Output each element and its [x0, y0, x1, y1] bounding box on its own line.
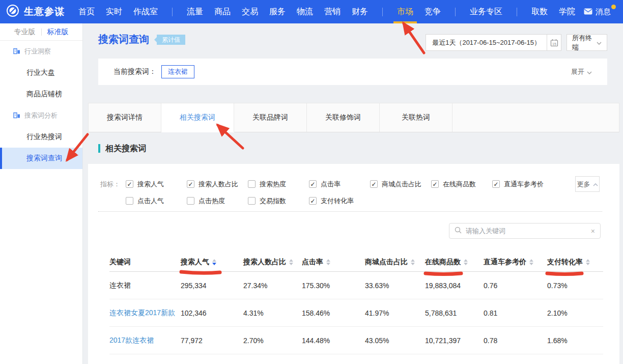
terminal-select[interactable]: 所有终端: [567, 34, 607, 51]
nav-item-competition[interactable]: 竞争: [424, 0, 441, 23]
calendar-icon[interactable]: 15: [547, 35, 561, 50]
filter-click-rate[interactable]: 点击率: [309, 180, 370, 189]
keyword-cell[interactable]: 2017款连衣裙: [109, 336, 181, 345]
current-keyword-tag[interactable]: 连衣裙: [161, 65, 194, 78]
cell-searcher-share: 2.70%: [243, 337, 302, 345]
filter-click-heat[interactable]: 点击热度: [187, 197, 248, 206]
checkbox[interactable]: [248, 180, 256, 188]
tab-related-modifier-terms[interactable]: 关联修饰词: [307, 103, 380, 132]
checkbox[interactable]: [492, 180, 500, 188]
col-header-click-rate: 点击率: [302, 258, 365, 267]
sort-icon[interactable]: [464, 259, 468, 265]
col-header-search-popularity: 搜索人气: [181, 258, 243, 267]
sort-icon[interactable]: [411, 259, 415, 265]
version-tabs: 专业版 标准版: [0, 23, 82, 41]
nav-item-product[interactable]: 商品: [214, 0, 231, 23]
nav-item-home[interactable]: 首页: [78, 0, 95, 23]
nav-item-war-room[interactable]: 作战室: [133, 0, 158, 23]
filter-label: 交易指数: [260, 197, 286, 206]
cell-search-popularity: 102,346: [181, 309, 243, 317]
content-card: 搜索词详情 相关搜索词 关联品牌词 关联修饰词 关联热词 相关搜索词 指标： 搜…: [88, 103, 619, 364]
keyword-cell[interactable]: 连衣裙女夏2017新款: [109, 309, 181, 318]
cell-search-popularity: 295,334: [181, 282, 243, 290]
messages-button[interactable]: 消息: [584, 7, 615, 17]
nav-item-realtime[interactable]: 实时: [106, 0, 122, 23]
version-tab-standard[interactable]: 标准版: [47, 27, 69, 37]
version-tab-divider: [41, 29, 42, 36]
cell-online-products: 19,883,084: [425, 282, 484, 290]
sidebar-group-search-term-analysis: 搜索词分析: [0, 105, 82, 126]
checkbox[interactable]: [370, 180, 378, 188]
nav-item-traffic[interactable]: 流量: [187, 0, 203, 23]
cell-click-rate: 144.48%: [302, 337, 365, 345]
filter-search-popularity[interactable]: 搜索人气: [126, 180, 187, 189]
nav-item-marketing[interactable]: 营销: [324, 0, 341, 23]
filter-trade-index[interactable]: 交易指数: [248, 197, 309, 206]
filter-label: 在线商品数: [443, 180, 476, 189]
sidebar-item-product-shop-rank[interactable]: 商品店铺榜: [0, 83, 82, 105]
cumulative-badge: 累计值: [157, 35, 185, 45]
col-header-searcher-share: 搜索人数占比: [243, 258, 302, 267]
tab-related-brand-terms[interactable]: 关联品牌词: [234, 103, 307, 132]
main-content: 搜索词查询 累计值 最近1天（2017-06-15~2017-06-15） 15…: [83, 23, 623, 364]
nav-item-business-zone[interactable]: 业务专区: [470, 0, 502, 23]
nav-item-academy[interactable]: 学院: [559, 0, 575, 23]
more-button[interactable]: 更多: [575, 176, 600, 192]
nav-item-service[interactable]: 服务: [269, 0, 286, 23]
sidebar-item-industry-dashboard[interactable]: 行业大盘: [0, 62, 82, 83]
brand[interactable]: 生意参谋: [6, 4, 65, 19]
checkbox[interactable]: [187, 180, 194, 188]
filter-online-products[interactable]: 在线商品数: [431, 180, 492, 189]
nav-item-data-extract[interactable]: 取数: [531, 0, 548, 23]
sidebar-item-search-term-query[interactable]: 搜索词查询: [0, 148, 82, 169]
nav-item-finance[interactable]: 财务: [352, 0, 368, 23]
expand-toggle[interactable]: 展开: [571, 67, 592, 76]
checkbox[interactable]: [431, 180, 439, 188]
date-range-text: 最近1天（2017-06-15~2017-06-15）: [426, 38, 547, 47]
terminal-value: 所有终端: [572, 34, 597, 52]
tab-bar: 搜索词详情 相关搜索词 关联品牌词 关联修饰词 关联热词: [88, 103, 619, 132]
keyword-search-input[interactable]: [466, 227, 587, 235]
top-nav: 生意参谋 首页 实时 作战室 流量 商品 交易 服务 物流 营销 财务 市场 竞…: [0, 0, 623, 23]
date-range-picker[interactable]: 最近1天（2017-06-15~2017-06-15） 15: [426, 34, 561, 51]
sort-icon[interactable]: [529, 259, 533, 265]
checkbox[interactable]: [126, 180, 133, 188]
checkbox[interactable]: [126, 197, 133, 205]
cell-payment-conversion: 0.73%: [547, 282, 603, 290]
col-header-ztc-reference-price: 直通车参考价: [484, 258, 547, 267]
checkbox[interactable]: [187, 197, 194, 205]
sort-icon[interactable]: [586, 259, 590, 265]
nav-item-logistics[interactable]: 物流: [297, 0, 313, 23]
checkbox[interactable]: [309, 180, 317, 188]
current-keyword-panel: 当前搜索词： 连衣裙 展开: [98, 59, 607, 85]
version-tab-pro[interactable]: 专业版: [14, 27, 36, 37]
sort-icon[interactable]: [326, 259, 330, 265]
filter-payment-conversion[interactable]: 支付转化率: [309, 197, 370, 206]
nav-item-market[interactable]: 市场: [397, 0, 413, 23]
more-label: 更多: [577, 180, 590, 189]
cell-payment-conversion: 1.68%: [547, 337, 603, 345]
table-row: 连衣裙 295,334 27.34% 175.30% 33.63% 19,883…: [109, 272, 603, 299]
sort-icon[interactable]: [212, 259, 216, 265]
tab-related-hot-terms[interactable]: 关联热词: [380, 103, 452, 132]
tab-related-search-terms[interactable]: 相关搜索词: [161, 103, 234, 132]
search-icon: [455, 227, 462, 236]
tab-search-term-detail[interactable]: 搜索词详情: [89, 103, 161, 132]
clear-icon[interactable]: ×: [591, 228, 595, 235]
cell-ztc-reference-price: 0.76: [484, 282, 547, 290]
filter-click-popularity[interactable]: 点击人气: [126, 197, 187, 206]
checkbox[interactable]: [248, 197, 256, 205]
filter-ztc-reference-price[interactable]: 直通车参考价: [492, 180, 553, 189]
checkbox[interactable]: [309, 197, 317, 205]
nav-item-trade[interactable]: 交易: [242, 0, 258, 23]
table-panel: 指标： 搜索人气 搜索人数占比 搜索热度 点击: [88, 164, 619, 364]
filter-mall-click-share[interactable]: 商城点击占比: [370, 180, 431, 189]
page-title: 搜索词查询: [98, 33, 149, 46]
sidebar-item-industry-hot-search[interactable]: 行业热搜词: [0, 126, 82, 148]
sidebar-group-label: 行业洞察: [24, 47, 51, 56]
chevron-down-icon: [597, 39, 602, 46]
table-row: 连衣裙女夏2017新款 102,346 4.31% 158.46% 41.97%…: [109, 299, 603, 327]
filter-search-heat[interactable]: 搜索热度: [248, 180, 309, 189]
sort-icon[interactable]: [289, 259, 293, 265]
filter-searcher-share[interactable]: 搜索人数占比: [187, 180, 248, 189]
